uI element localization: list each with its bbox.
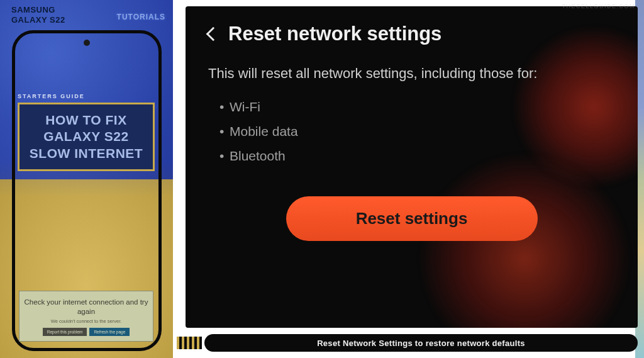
caption-bar: Reset Network Settings to restore networ… [204, 334, 638, 352]
reset-items-list: Wi-Fi Mobile data Bluetooth [208, 95, 615, 169]
right-panel: THECELLGUIDE.COM Reset network settings … [173, 0, 644, 358]
error-button-row: Report this problem Refresh the page [23, 328, 149, 336]
connection-error-card: Check your internet connection and try a… [19, 291, 153, 342]
refresh-page-button[interactable]: Refresh the page [89, 328, 130, 336]
starters-guide-label: STARTERS GUIDE [18, 93, 85, 99]
list-item: Bluetooth [219, 144, 615, 169]
left-promo-panel: SAMSUNG GALAXY S22 TUTORIALS STARTERS GU… [0, 0, 173, 358]
back-icon[interactable] [206, 27, 221, 42]
page-title: Reset network settings [228, 23, 441, 45]
tutorials-badge: TUTORIALS [117, 13, 165, 21]
report-problem-button[interactable]: Report this problem [43, 328, 87, 336]
error-title: Check your internet connection and try a… [23, 298, 149, 316]
reset-settings-button[interactable]: Reset settings [286, 196, 538, 241]
list-item: Mobile data [219, 120, 615, 144]
watermark-text: THECELLGUIDE.COM [562, 3, 635, 9]
list-item: Wi-Fi [219, 95, 615, 120]
reset-description: This will reset all network settings, in… [208, 63, 615, 84]
page-container: SAMSUNG GALAXY S22 TUTORIALS STARTERS GU… [0, 0, 644, 358]
reset-settings-screen: Reset network settings This will reset a… [186, 6, 638, 328]
brand-line-1: SAMSUNG [11, 5, 55, 14]
brand-line-2: GALAXY S22 [11, 15, 65, 25]
phone-camera-dot [84, 40, 90, 46]
brand-label: SAMSUNG GALAXY S22 [11, 5, 65, 25]
caption-text: Reset Network Settings to restore networ… [317, 338, 525, 348]
header-row: Reset network settings [208, 23, 615, 45]
title-card-text: HOW TO FIX GALAXY S22 SLOW INTERNET [25, 112, 148, 162]
title-card: HOW TO FIX GALAXY S22 SLOW INTERNET [18, 103, 155, 171]
error-subtitle: We couldn't connect to the server. [23, 318, 149, 324]
